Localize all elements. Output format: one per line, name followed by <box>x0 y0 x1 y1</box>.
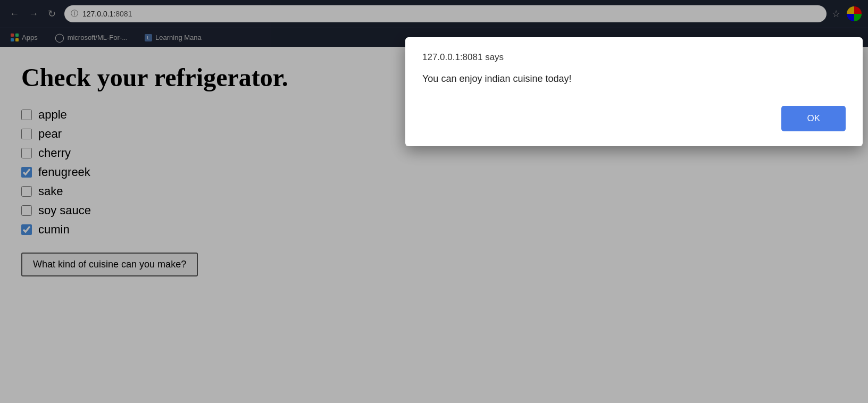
dialog-actions: OK <box>422 106 846 131</box>
dialog-box: 127.0.0.1:8081 says You can enjoy indian… <box>405 37 863 146</box>
dialog-overlay: 127.0.0.1:8081 says You can enjoy indian… <box>0 0 868 403</box>
page-content: Check your refrigerator. apple pear cher… <box>0 47 868 403</box>
dialog-ok-button[interactable]: OK <box>781 106 846 131</box>
dialog-source: 127.0.0.1:8081 says <box>422 52 846 63</box>
dialog-message: You can enjoy indian cuisine today! <box>422 73 846 85</box>
